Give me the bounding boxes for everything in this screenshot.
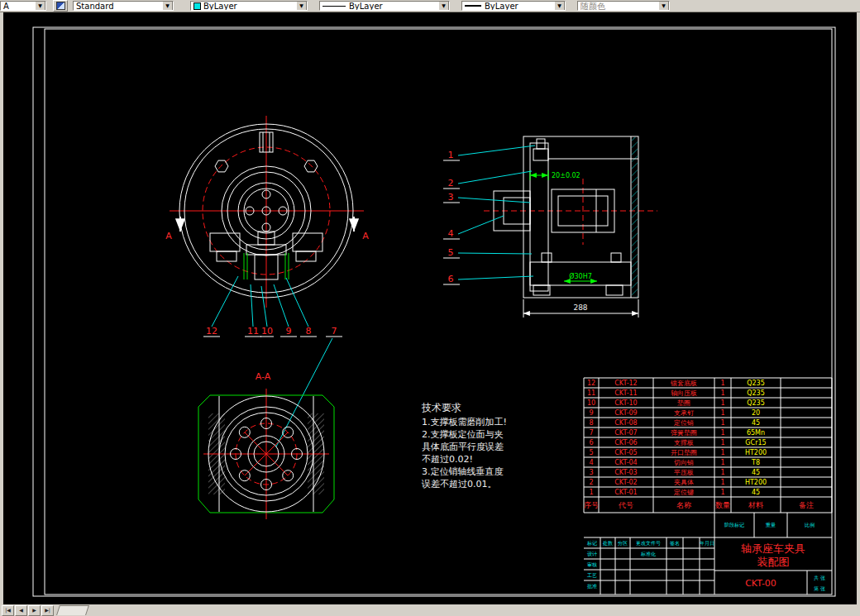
svg-text:9: 9 — [589, 409, 593, 417]
properties-toolbar: A ▼ Standard ▼ ByLayer ▼ ByLayer ▼ ByLay… — [0, 0, 860, 12]
callout-12: 12 — [206, 326, 217, 337]
svg-text:1: 1 — [720, 429, 724, 437]
chevron-down-icon: ▼ — [658, 1, 669, 11]
lineweight-combo[interactable]: ByLayer ▼ — [461, 1, 566, 11]
titleblock-label: 签名 — [670, 540, 680, 547]
next-tab-icon[interactable]: ▶ — [28, 605, 41, 616]
text-style-value: Standard — [76, 2, 114, 11]
lineweight-icon — [465, 5, 481, 7]
svg-text:1: 1 — [720, 459, 724, 466]
svg-text:1: 1 — [720, 389, 724, 397]
plot-style-value: 随颜色 — [580, 2, 605, 11]
layout-tab[interactable] — [56, 605, 89, 615]
titleblock-label: 共 张 — [814, 575, 825, 581]
svg-text:支撑板: 支撑板 — [674, 439, 694, 446]
prev-tab-icon[interactable]: ◀ — [15, 605, 27, 616]
svg-text:轴向压板: 轴向压板 — [671, 389, 697, 397]
svg-text:1: 1 — [720, 439, 724, 446]
tech-requirement-line: 不超过0.02! — [422, 454, 473, 465]
svg-text:1: 1 — [720, 399, 724, 407]
titleblock-label: 工艺 — [587, 572, 597, 578]
svg-text:11: 11 — [587, 389, 595, 397]
svg-text:65Mn: 65Mn — [747, 429, 765, 437]
section-label-left: A — [165, 231, 172, 241]
titleblock-label: 处数 — [602, 540, 613, 547]
svg-text:弹簧垫圈: 弹簧垫圈 — [671, 429, 697, 437]
svg-text:6: 6 — [589, 439, 593, 446]
tech-requirements-title: 技术要求 — [421, 402, 461, 413]
tech-requirement-line: 1.支撑板需磨削加工! — [422, 417, 507, 427]
svg-text:45: 45 — [752, 469, 760, 476]
callout-2: 2 — [448, 178, 454, 189]
titleblock-label: 审核 — [587, 561, 597, 567]
svg-text:定位销: 定位销 — [673, 419, 694, 427]
svg-text:序号: 序号 — [584, 501, 599, 509]
callout-3: 3 — [448, 192, 454, 203]
svg-text:平压板: 平压板 — [674, 469, 694, 476]
linetype-combo[interactable]: ByLayer ▼ — [319, 1, 450, 11]
linetype-icon — [322, 6, 346, 7]
titleblock-label: 第 张 — [814, 585, 825, 592]
drawing-canvas[interactable]: A A 12 11 10 9 8 7 — [0, 0, 860, 616]
aa-view-label: A-A — [256, 371, 271, 382]
drawing-title-line1: 轴承座车夹具 — [741, 542, 805, 555]
svg-text:1: 1 — [589, 489, 593, 496]
text-style-combo[interactable]: Standard ▼ — [73, 1, 174, 11]
layout-tab-strip: |◀ ◀ ▶ ▶| — [2, 605, 88, 615]
svg-text:CKT-09: CKT-09 — [614, 409, 637, 417]
svg-text:CKT-03: CKT-03 — [614, 469, 637, 476]
svg-text:1: 1 — [720, 489, 724, 496]
lineweight-value: ByLayer — [485, 2, 518, 11]
svg-text:Q235: Q235 — [747, 399, 765, 407]
titleblock-label: 阶段标记 — [724, 522, 744, 528]
chevron-down-icon[interactable]: ▼ — [296, 1, 307, 11]
svg-text:4: 4 — [589, 459, 593, 466]
svg-text:45: 45 — [752, 419, 760, 427]
svg-text:T8: T8 — [751, 459, 760, 466]
callout-4: 4 — [448, 228, 454, 239]
color-combo[interactable]: ByLayer ▼ — [190, 1, 308, 11]
svg-text:垫圈: 垫圈 — [677, 399, 690, 407]
svg-text:切向销: 切向销 — [673, 459, 694, 466]
chevron-down-icon[interactable]: ▼ — [438, 1, 449, 11]
svg-text:数量: 数量 — [715, 501, 730, 509]
titleblock-label: 年月日 — [700, 540, 714, 547]
model-space-background — [3, 12, 857, 604]
titleblock-label: 设计 — [587, 551, 597, 556]
callout-7: 7 — [332, 326, 337, 337]
app-window: A A 12 11 10 9 8 7 — [0, 0, 860, 616]
plot-style-combo: 随颜色 ▼ — [577, 1, 670, 11]
titleblock-label: 标记 — [586, 540, 597, 547]
dim-tolerance: 20±0.02 — [552, 172, 580, 179]
titleblock-label: 分区 — [618, 540, 628, 546]
svg-text:备注: 备注 — [799, 501, 814, 509]
dim-bore: Ø30H7 — [569, 272, 592, 280]
chevron-down-icon[interactable]: ▼ — [162, 1, 173, 11]
titleblock-label: 更改文件号 — [636, 540, 661, 546]
tech-requirement-line: 具体底面平行度误差 — [422, 442, 504, 452]
chevron-down-icon[interactable]: ▼ — [35, 1, 45, 11]
linetype-value: ByLayer — [349, 2, 383, 11]
first-tab-icon[interactable]: |◀ — [2, 605, 14, 616]
svg-text:1: 1 — [720, 380, 724, 387]
callout-10: 10 — [261, 326, 273, 337]
chevron-down-icon[interactable]: ▼ — [554, 1, 565, 11]
svg-text:1: 1 — [720, 449, 724, 456]
color-swatch-icon — [194, 2, 201, 10]
drawing-title-line2: 装配图 — [757, 556, 790, 568]
last-tab-icon[interactable]: ▶| — [41, 605, 54, 616]
svg-text:材料: 材料 — [748, 501, 763, 509]
tech-requirement-line: 2.支撑板定位面与夹 — [422, 429, 504, 440]
svg-text:支承钉: 支承钉 — [674, 409, 694, 417]
dim-style-combo[interactable]: A ▼ — [0, 1, 46, 11]
svg-text:CKT-04: CKT-04 — [614, 459, 637, 466]
svg-text:3: 3 — [589, 469, 593, 476]
titleblock-label: 标准化 — [640, 551, 656, 557]
svg-text:夹具体: 夹具体 — [674, 479, 694, 486]
titleblock-label: 批准 — [587, 583, 597, 590]
svg-text:名称: 名称 — [676, 501, 691, 509]
svg-text:12: 12 — [587, 380, 595, 387]
svg-text:CKT-02: CKT-02 — [614, 479, 637, 486]
titleblock-label: 比例 — [805, 522, 815, 528]
text-style-manager-button[interactable] — [53, 0, 68, 12]
